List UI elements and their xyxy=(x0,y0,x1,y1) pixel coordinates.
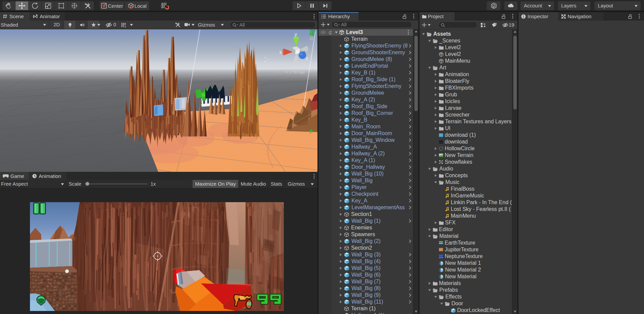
svg-text:y: y xyxy=(295,31,297,37)
svg-text:x: x xyxy=(279,49,282,55)
svg-text:< Persp: < Persp xyxy=(285,68,305,75)
svg-text:z: z xyxy=(306,56,309,61)
